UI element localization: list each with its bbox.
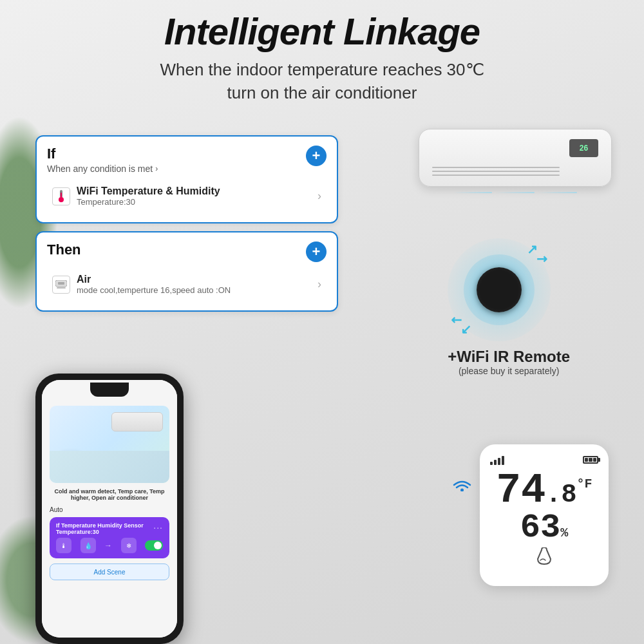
svg-rect-5 (58, 282, 64, 285)
phone-toggle-dot (154, 542, 162, 549)
if-item-detail: Temperature:30 (77, 197, 311, 207)
ac-body: 26 (419, 129, 612, 187)
phone-caption: Cold and warm detect, Temp care, Temp hi… (50, 488, 169, 501)
ac-grille-line-3 (432, 175, 560, 176)
then-item-detail: mode cool,temperture 16,speed auto :ON (77, 285, 311, 295)
phone-hero-floor (50, 451, 169, 483)
condition-row[interactable]: When any condition is met › (47, 164, 158, 174)
subtitle-line2: turn on the air conditioner (227, 83, 417, 102)
phone-toggle[interactable] (145, 540, 163, 551)
if-card-title: If (47, 146, 158, 162)
svg-rect-4 (57, 287, 66, 289)
subtitle-line1: When the indoor temperature reaches 30℃ (160, 60, 484, 79)
air-flow (419, 192, 612, 193)
subtitle: When the indoor temperature reaches 30℃ … (0, 58, 644, 105)
ir-remote-sublabel: (please buy it separately) (448, 366, 570, 376)
then-card-header: Then + (47, 242, 327, 262)
wifi-signal-icon (451, 473, 473, 496)
phone-card-header: If Temperature Humidity Sensor Temperatu… (56, 522, 163, 538)
svg-rect-2 (61, 193, 62, 198)
if-item-name: WiFi Temperature & Humidity (77, 185, 311, 197)
if-card-header: If When any condition is met › + (47, 146, 327, 174)
ir-circle-outer: ↗ ↗ ↗ ↗ (448, 238, 551, 341)
sensor-body: 74.8°F 63% (480, 444, 609, 586)
if-card-left: If When any condition is met › (47, 146, 158, 174)
phone-auto-label: Auto (50, 506, 169, 513)
phone-arrow-icon: → (104, 541, 112, 550)
temperature-value: 74 (497, 468, 546, 514)
humidity-value: 63 (520, 509, 560, 547)
signal-bars (490, 455, 504, 465)
ir-arrow-tr: ↗ (527, 242, 538, 257)
battery-icon (583, 456, 598, 464)
sensor-top-bar (490, 455, 598, 465)
ir-arrow-bl: ↗ (460, 323, 471, 338)
phone-automation-card[interactable]: If Temperature Humidity Sensor Temperatu… (50, 517, 169, 558)
ir-circle-mid (464, 254, 535, 325)
humidity-unit: % (560, 526, 568, 540)
temperature-unit: °F (576, 477, 592, 491)
phone-container: Cold and warm detect, Temp care, Temp hi… (35, 374, 184, 644)
svg-point-1 (59, 197, 64, 202)
then-item-chevron[interactable]: › (317, 278, 321, 291)
phone-automation-title: If Temperature Humidity Sensor Temperatu… (56, 522, 144, 535)
if-add-button[interactable]: + (306, 146, 327, 166)
humidity-icon (490, 547, 598, 571)
svg-point-6 (460, 489, 464, 492)
phone-content: Cold and warm detect, Temp care, Temp hi… (42, 380, 177, 638)
sensor-device: 74.8°F 63% (480, 444, 609, 586)
signal-bar-1 (490, 462, 493, 465)
ac-display: 26 (569, 139, 598, 157)
if-card: If When any condition is met › + WiFi Te… (35, 135, 338, 223)
signal-bar-3 (498, 458, 500, 465)
ir-remote-container: ↗ ↗ ↗ ↗ +WiFi IR Remote (please buy it s… (448, 238, 570, 376)
then-item-name: Air (77, 274, 311, 285)
phone-body: Cold and warm detect, Temp care, Temp hi… (35, 374, 184, 644)
ir-circle-inner (477, 267, 522, 312)
air-line-3 (538, 192, 577, 193)
condition-chevron: › (155, 164, 158, 173)
humidity-display: 63% (490, 511, 598, 545)
phone-icon-ac: ❄ (121, 538, 137, 553)
phone-screen: Cold and warm detect, Temp care, Temp hi… (42, 380, 177, 638)
temperature-display: 74.8°F (490, 470, 598, 511)
then-add-button[interactable]: + (306, 242, 327, 262)
temperature-decimal: .8 (545, 480, 576, 509)
if-item-content: WiFi Temperature & Humidity Temperature:… (77, 185, 311, 207)
ac-grille (432, 167, 560, 178)
battery-cell-2 (589, 458, 592, 462)
if-item-row: WiFi Temperature & Humidity Temperature:… (47, 179, 327, 213)
header: Intelligent Linkage When the indoor temp… (0, 10, 644, 105)
condition-text: When any condition is met (47, 164, 153, 174)
if-item-chevron[interactable]: › (317, 189, 321, 203)
battery-cell-1 (585, 458, 588, 462)
ac-grille-line-1 (432, 167, 560, 168)
then-card-title: Then (47, 242, 81, 258)
phone-add-scene-label: Add Scene (94, 569, 126, 576)
then-card: Then + Air mode cool,temperture 16,speed… (35, 231, 338, 312)
then-item-row: Air mode cool,temperture 16,speed auto :… (47, 267, 327, 301)
phone-hero-image (50, 406, 169, 483)
ac-unit: 26 (419, 129, 612, 193)
main-title: Intelligent Linkage (0, 10, 644, 53)
then-item-content: Air mode cool,temperture 16,speed auto :… (77, 274, 311, 295)
phone-icon-sensor: 🌡 (56, 538, 71, 553)
automation-panel: If When any condition is met › + WiFi Te… (35, 135, 338, 321)
phone-notch (90, 383, 129, 397)
air-line-2 (496, 192, 535, 193)
phone-icon-thermo: 💧 (80, 538, 96, 553)
phone-add-scene-button[interactable]: Add Scene (50, 564, 169, 580)
air-conditioner-icon (52, 276, 70, 294)
phone-more-dots[interactable]: ··· (153, 522, 163, 533)
air-line-1 (453, 192, 492, 193)
ir-remote-label: +WiFi IR Remote (448, 348, 570, 366)
signal-bar-2 (494, 460, 497, 465)
battery-cell-3 (593, 458, 596, 462)
phone-hero-ac (111, 412, 163, 431)
temperature-sensor-icon (52, 187, 70, 205)
ac-grille-line-2 (432, 171, 560, 172)
signal-bar-4 (502, 456, 504, 465)
phone-automation-icons: 🌡 💧 → ❄ (56, 538, 163, 553)
